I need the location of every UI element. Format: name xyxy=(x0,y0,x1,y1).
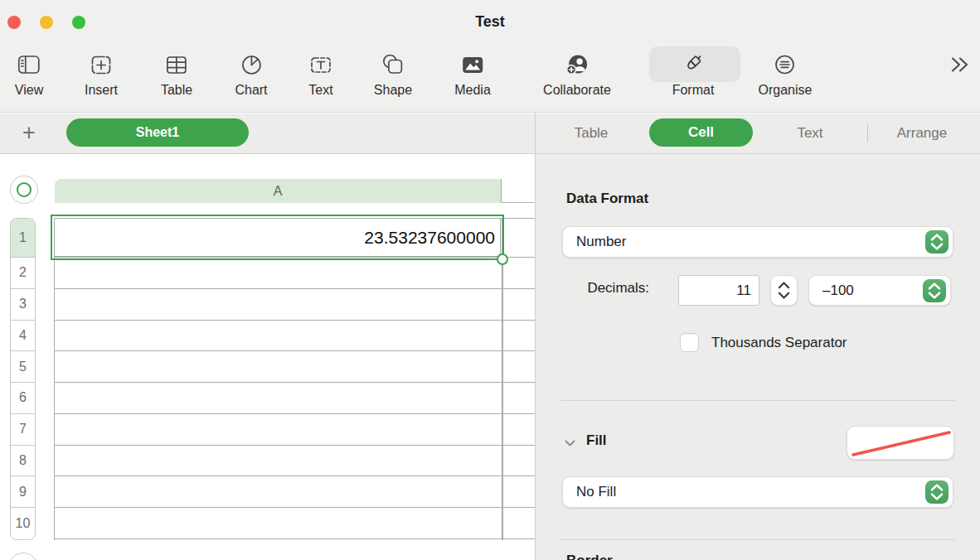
insert-button[interactable]: Insert xyxy=(85,47,118,98)
decimals-stepper[interactable] xyxy=(770,275,798,306)
grid-row-3[interactable] xyxy=(55,289,535,321)
media-photo-icon xyxy=(458,47,487,82)
row-header-10[interactable]: 10 xyxy=(11,508,35,539)
column-header-a[interactable]: A xyxy=(55,179,501,203)
numbers-window: Test View Insert Table Chart xyxy=(0,0,980,560)
table-grid-icon xyxy=(163,47,191,82)
fill-select-value: No Fill xyxy=(563,484,953,500)
decimals-input[interactable] xyxy=(678,275,759,306)
collaborate-button[interactable]: Collaborate xyxy=(543,47,611,98)
media-button[interactable]: Media xyxy=(454,47,491,98)
grid-row-2[interactable] xyxy=(55,258,535,289)
row-header-column: 12345678910 xyxy=(10,218,36,540)
row-header-2[interactable]: 2 xyxy=(11,258,35,289)
fill-select[interactable]: No Fill xyxy=(562,476,953,508)
inspector-tab-cell[interactable]: Cell xyxy=(649,118,753,147)
format-brush-icon xyxy=(679,47,707,82)
add-row-handle[interactable] xyxy=(8,553,38,560)
collaborate-person-icon xyxy=(563,47,591,82)
table-grid-rows xyxy=(55,219,535,539)
selected-cell-value[interactable]: 23.53237600000 xyxy=(54,218,495,257)
row-header-6[interactable]: 6 xyxy=(11,383,35,414)
grid-row-5[interactable] xyxy=(55,351,535,383)
toolbar-overflow-button[interactable] xyxy=(948,53,971,80)
inspector-tab-table[interactable]: Table xyxy=(575,120,609,146)
pie-chart-icon xyxy=(237,47,265,82)
grid-row-4[interactable] xyxy=(55,321,535,352)
tab-divider xyxy=(867,123,868,142)
fill-disclosure-chevron-icon[interactable] xyxy=(564,436,576,451)
table-select-handle-inner xyxy=(17,182,32,197)
chart-button[interactable]: Chart xyxy=(235,47,267,98)
window-chrome: Test View Insert Table Chart xyxy=(0,0,980,113)
grid-row-8[interactable] xyxy=(55,446,535,477)
thousands-separator-checkbox[interactable] xyxy=(680,333,699,352)
format-button[interactable]: Format xyxy=(672,47,715,98)
organise-button[interactable]: Organise xyxy=(759,47,813,98)
sheet-tab-sheet1[interactable]: Sheet1 xyxy=(66,118,249,147)
select-stepper-icon xyxy=(923,279,946,302)
row-header-4[interactable]: 4 xyxy=(11,321,35,352)
window-title: Test xyxy=(0,13,980,31)
inspector-panel: Data Format Number Decimals: –100 Thousa… xyxy=(536,154,980,560)
column-header-b-partial[interactable] xyxy=(501,179,535,203)
shapes-icon xyxy=(379,47,407,82)
row-header-9[interactable]: 9 xyxy=(11,476,35,508)
view-button[interactable]: View xyxy=(15,47,43,98)
sheet-and-inspector-tab-bar: + Sheet1 Table Cell Text Arrange xyxy=(0,113,980,154)
decimals-label: Decimals: xyxy=(569,280,649,297)
grid-row-7[interactable] xyxy=(55,414,535,446)
inspector-tab-text[interactable]: Text xyxy=(797,120,822,146)
row-header-1[interactable]: 1 xyxy=(11,219,35,258)
no-fill-diagonal-line xyxy=(853,432,949,455)
select-stepper-icon xyxy=(925,480,948,504)
view-sidebar-icon xyxy=(15,47,43,82)
select-stepper-icon xyxy=(925,230,948,253)
table-select-handle[interactable] xyxy=(10,176,38,204)
double-chevron-right-icon xyxy=(948,65,971,79)
spreadsheet-canvas: A 12345678910 23.53237600000 xyxy=(0,154,535,560)
section-divider xyxy=(560,539,955,540)
data-format-select[interactable]: Number xyxy=(562,226,953,258)
decimals-preset-select[interactable]: –100 xyxy=(808,275,951,306)
row-header-7[interactable]: 7 xyxy=(11,414,35,446)
border-heading: Border xyxy=(566,553,613,560)
text-box-icon xyxy=(307,47,335,82)
row-header-3[interactable]: 3 xyxy=(11,289,35,321)
grid-row-10[interactable] xyxy=(55,508,535,539)
thousands-separator-label: Thousands Separator xyxy=(711,333,847,352)
row-header-8[interactable]: 8 xyxy=(11,446,35,477)
fill-heading: Fill xyxy=(586,432,607,449)
organise-circle-lines-icon xyxy=(771,47,799,82)
grid-row-9[interactable] xyxy=(55,476,535,508)
shape-button[interactable]: Shape xyxy=(374,47,412,98)
insert-plus-icon xyxy=(87,47,115,82)
column-divider-line xyxy=(502,219,503,540)
add-sheet-button[interactable]: + xyxy=(17,120,41,147)
text-button[interactable]: Text xyxy=(307,47,335,98)
fill-color-swatch[interactable] xyxy=(847,426,954,460)
inspector-tab-arrange[interactable]: Arrange xyxy=(897,120,947,146)
data-format-heading: Data Format xyxy=(566,191,648,207)
row-header-5[interactable]: 5 xyxy=(11,351,35,383)
section-divider xyxy=(560,400,955,401)
table-button[interactable]: Table xyxy=(161,47,192,98)
data-format-select-value: Number xyxy=(563,234,953,250)
table-grid[interactable] xyxy=(54,218,535,540)
selection-drag-handle[interactable] xyxy=(497,253,508,265)
grid-row-6[interactable] xyxy=(55,383,535,414)
